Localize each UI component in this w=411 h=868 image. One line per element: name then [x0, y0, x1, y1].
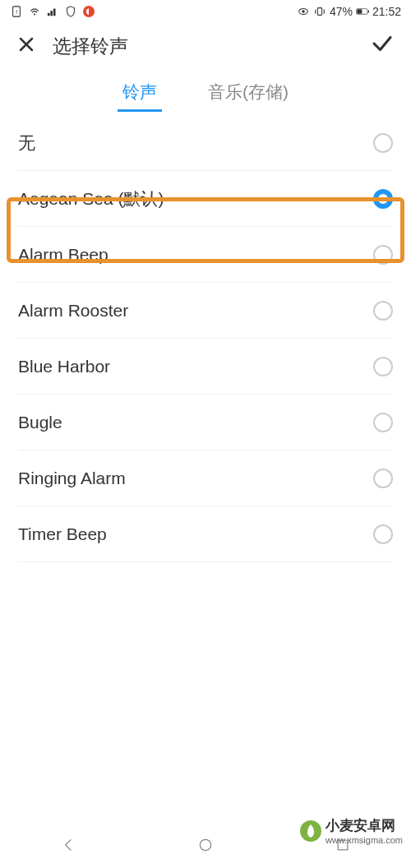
radio-button[interactable] — [373, 524, 393, 544]
tabs: 铃声 音乐(存储) — [0, 69, 411, 115]
sim-icon: ! — [10, 5, 23, 18]
shield-icon — [64, 5, 77, 18]
ringtone-label: Aegean Sea (默认) — [18, 187, 164, 210]
svg-rect-5 — [53, 9, 56, 16]
radio-button[interactable] — [373, 133, 393, 153]
svg-rect-4 — [50, 11, 53, 16]
watermark-name: 小麦安卓网 — [326, 818, 395, 833]
ringtone-item[interactable]: Bugle — [0, 395, 411, 450]
svg-rect-14 — [368, 11, 369, 13]
tab-label: 铃声 — [122, 82, 157, 101]
header: 选择铃声 — [0, 23, 411, 69]
svg-rect-13 — [357, 9, 362, 13]
page-title: 选择铃声 — [53, 34, 353, 59]
watermark: 小麦安卓网 www.xmsigma.com — [299, 816, 403, 845]
svg-rect-9 — [317, 8, 321, 16]
ringtone-label: Blue Harbor — [18, 357, 110, 376]
status-left-icons: ! — [10, 5, 95, 18]
svg-point-2 — [34, 13, 35, 15]
radio-button[interactable] — [373, 469, 393, 488]
home-button[interactable] — [196, 835, 215, 855]
svg-point-8 — [302, 10, 305, 13]
status-right: 47% 21:52 — [297, 5, 401, 18]
radio-button[interactable] — [373, 357, 393, 376]
status-time: 21:52 — [372, 5, 401, 18]
ringtone-item[interactable]: Aegean Sea (默认) — [0, 171, 411, 227]
ringtone-item[interactable]: Alarm Beep — [0, 227, 411, 283]
watermark-url: www.xmsigma.com — [326, 835, 403, 845]
back-button[interactable] — [58, 835, 78, 855]
ringtone-item[interactable]: 无 — [0, 115, 411, 171]
ringtone-label: Bugle — [18, 413, 62, 432]
tab-label: 音乐(存储) — [208, 82, 289, 101]
ringtone-item[interactable]: Alarm Rooster — [0, 283, 411, 339]
status-bar: ! 47% 21:52 — [0, 0, 411, 23]
vibrate-icon — [313, 5, 326, 18]
ringtone-item[interactable]: Blue Harbor — [0, 339, 411, 395]
confirm-button[interactable] — [370, 31, 395, 62]
radio-button[interactable] — [373, 413, 393, 432]
ringtone-label: Ringing Alarm — [18, 469, 126, 488]
ringtone-label: 无 — [18, 132, 35, 155]
close-button[interactable] — [16, 35, 36, 58]
ringtone-item[interactable]: Ringing Alarm — [0, 450, 411, 506]
tab-ringtone[interactable]: 铃声 — [118, 72, 162, 112]
ringtone-label: Timer Beep — [18, 524, 107, 544]
ringtone-item[interactable]: Timer Beep — [0, 506, 411, 562]
radio-button[interactable] — [373, 245, 393, 265]
ringtone-list: 无Aegean Sea (默认)Alarm BeepAlarm RoosterB… — [0, 115, 411, 562]
tab-music-storage[interactable]: 音乐(存储) — [203, 72, 293, 112]
radio-button[interactable] — [373, 301, 393, 321]
signal-icon — [46, 5, 59, 18]
app-icon — [82, 5, 95, 18]
battery-percent: 47% — [330, 5, 353, 18]
watermark-logo-icon — [299, 820, 322, 843]
battery-icon — [356, 5, 369, 18]
svg-rect-3 — [48, 13, 50, 16]
radio-button[interactable] — [373, 189, 393, 209]
eye-icon — [297, 5, 310, 18]
ringtone-label: Alarm Beep — [18, 245, 109, 265]
ringtone-label: Alarm Rooster — [18, 301, 128, 321]
wifi-icon — [28, 5, 41, 18]
svg-text:!: ! — [16, 8, 17, 16]
svg-point-15 — [200, 839, 210, 850]
